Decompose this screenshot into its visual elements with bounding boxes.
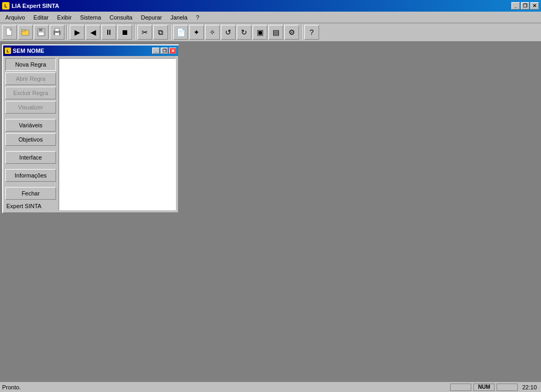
status-bar: Pronto. NUM 22:10 bbox=[0, 381, 541, 392]
sidebar-panel: Nova Regra Abrir Regra Excluir Regra Vis… bbox=[3, 56, 59, 212]
menu-help[interactable]: ? bbox=[192, 13, 203, 22]
toolbar: ▶ ◀ ⏸ ⏹ ✂ ⧉ 📄 ✦ ✧ ↺ ↻ ▣ ▤ ⚙ ? bbox=[0, 23, 541, 42]
visualizer-button[interactable]: Visualizer bbox=[5, 101, 56, 114]
sub-minimize-button[interactable]: _ bbox=[152, 48, 160, 54]
excluir-regra-button[interactable]: Excluir Regra bbox=[5, 87, 56, 99]
status-indicator-1 bbox=[450, 384, 471, 391]
toolbar-btn-a[interactable]: 📄 bbox=[173, 25, 188, 40]
title-bar: L LIA Expert SINTA _ ❐ ✕ bbox=[0, 0, 541, 12]
sub-window-controls: _ ❐ ✕ bbox=[152, 48, 176, 54]
status-num-indicator: NUM bbox=[473, 384, 495, 391]
menu-janela[interactable]: Janela bbox=[166, 13, 191, 22]
svg-rect-7 bbox=[55, 29, 59, 31]
fechar-button[interactable]: Fechar bbox=[5, 187, 56, 200]
toolbar-stop-button[interactable]: ⏹ bbox=[117, 25, 132, 40]
nova-regra-button[interactable]: Nova Regra bbox=[5, 58, 56, 71]
app-icon: L bbox=[2, 2, 10, 10]
main-area: L SEM NOME _ ❐ ✕ Nova Regra Abrir Regra … bbox=[0, 42, 541, 381]
menu-editar[interactable]: Editar bbox=[29, 13, 53, 22]
menu-sistema[interactable]: Sistema bbox=[76, 13, 106, 22]
menu-depurar[interactable]: Depurar bbox=[137, 13, 166, 22]
interface-button[interactable]: Interface bbox=[5, 151, 56, 164]
informacoes-button[interactable]: Informações bbox=[5, 169, 56, 182]
toolbar-btn-b[interactable]: ✦ bbox=[189, 25, 204, 40]
window-controls: _ ❐ ✕ bbox=[511, 2, 539, 10]
minimize-button[interactable]: _ bbox=[511, 2, 520, 10]
status-right: NUM 22:10 bbox=[450, 384, 539, 391]
abrir-regra-button[interactable]: Abrir Regra bbox=[5, 72, 56, 85]
toolbar-sep-4 bbox=[301, 25, 302, 40]
toolbar-print-button[interactable] bbox=[50, 25, 64, 40]
variaveis-button[interactable]: Variáveis bbox=[5, 119, 56, 132]
toolbar-cut-button[interactable]: ✂ bbox=[137, 25, 152, 40]
sub-window-icon: L bbox=[5, 48, 11, 54]
toolbar-save-button[interactable] bbox=[34, 25, 49, 40]
app-title: LIA Expert SINTA bbox=[12, 3, 59, 9]
toolbar-btn-d[interactable]: ↺ bbox=[221, 25, 236, 40]
svg-rect-5 bbox=[39, 32, 44, 35]
menu-arquivo[interactable]: Arquivo bbox=[1, 13, 29, 22]
toolbar-btn-c[interactable]: ✧ bbox=[205, 25, 220, 40]
menu-consulta[interactable]: Consulta bbox=[105, 13, 136, 22]
status-indicator-3 bbox=[497, 384, 518, 391]
toolbar-back-button[interactable]: ◀ bbox=[86, 25, 100, 40]
sub-window: L SEM NOME _ ❐ ✕ Nova Regra Abrir Regra … bbox=[2, 44, 179, 213]
objetivos-button[interactable]: Objetivos bbox=[5, 133, 56, 146]
svg-rect-2 bbox=[22, 30, 25, 31]
toolbar-sep-2 bbox=[134, 25, 135, 40]
toolbar-btn-h[interactable]: ⚙ bbox=[284, 25, 299, 40]
sub-title-bar: L SEM NOME _ ❐ ✕ bbox=[3, 45, 178, 56]
close-button[interactable]: ✕ bbox=[530, 2, 539, 10]
svg-rect-4 bbox=[39, 29, 42, 31]
menu-bar: Arquivo Editar Exibir Sistema Consulta D… bbox=[0, 12, 541, 23]
sidebar-footer: Expert SINTA bbox=[5, 202, 57, 210]
toolbar-btn-e[interactable]: ↻ bbox=[237, 25, 251, 40]
content-panel bbox=[59, 58, 176, 210]
sub-close-button[interactable]: ✕ bbox=[169, 48, 176, 54]
toolbar-play-button[interactable]: ▶ bbox=[70, 25, 85, 40]
status-time: 22:10 bbox=[520, 384, 539, 390]
toolbar-pause-button[interactable]: ⏸ bbox=[101, 25, 116, 40]
toolbar-sep-1 bbox=[67, 25, 68, 40]
toolbar-open-button[interactable] bbox=[18, 25, 33, 40]
toolbar-help-button[interactable]: ? bbox=[304, 25, 319, 40]
restore-button[interactable]: ❐ bbox=[521, 2, 529, 10]
status-text: Pronto. bbox=[2, 384, 21, 390]
toolbar-new-button[interactable] bbox=[2, 25, 17, 40]
toolbar-copy-button[interactable]: ⧉ bbox=[153, 25, 168, 40]
toolbar-btn-g[interactable]: ▤ bbox=[268, 25, 283, 40]
svg-rect-8 bbox=[55, 33, 59, 35]
sub-restore-button[interactable]: ❐ bbox=[161, 48, 168, 54]
sub-content: Nova Regra Abrir Regra Excluir Regra Vis… bbox=[3, 56, 178, 212]
toolbar-sep-3 bbox=[170, 25, 171, 40]
menu-exibir[interactable]: Exibir bbox=[53, 13, 76, 22]
sub-window-title: SEM NOME bbox=[13, 48, 44, 54]
toolbar-btn-f[interactable]: ▣ bbox=[253, 25, 267, 40]
